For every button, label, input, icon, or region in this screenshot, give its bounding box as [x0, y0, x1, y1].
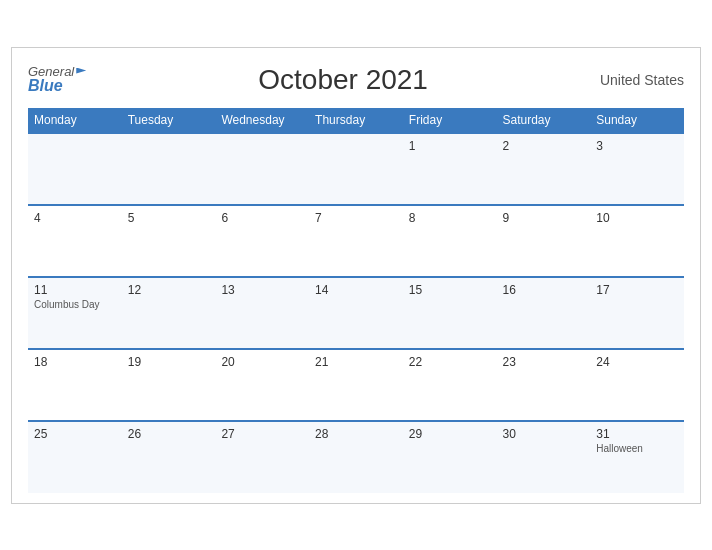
calendar-cell: 15 [403, 277, 497, 349]
day-number: 16 [503, 283, 585, 297]
calendar-wrapper: General Blue October 2021 United States … [11, 47, 701, 504]
day-number: 3 [596, 139, 678, 153]
calendar-cell: 6 [215, 205, 309, 277]
calendar-cell: 12 [122, 277, 216, 349]
calendar-country: United States [600, 72, 684, 88]
calendar-cell: 27 [215, 421, 309, 493]
calendar-cell: 18 [28, 349, 122, 421]
logo-blue-text: Blue [28, 78, 86, 94]
day-event: Columbus Day [34, 299, 116, 310]
day-number: 13 [221, 283, 303, 297]
calendar-cell: 13 [215, 277, 309, 349]
calendar-cell: 23 [497, 349, 591, 421]
day-number: 7 [315, 211, 397, 225]
calendar-cell: 29 [403, 421, 497, 493]
header-tuesday: Tuesday [122, 108, 216, 133]
day-number: 15 [409, 283, 491, 297]
day-number: 29 [409, 427, 491, 441]
calendar-header: General Blue October 2021 United States [28, 64, 684, 96]
day-number: 21 [315, 355, 397, 369]
header-sunday: Sunday [590, 108, 684, 133]
calendar-cell: 31Halloween [590, 421, 684, 493]
calendar-grid: Monday Tuesday Wednesday Thursday Friday… [28, 108, 684, 493]
calendar-cell: 8 [403, 205, 497, 277]
day-number: 4 [34, 211, 116, 225]
calendar-week-row: 11Columbus Day121314151617 [28, 277, 684, 349]
day-number: 6 [221, 211, 303, 225]
day-number: 19 [128, 355, 210, 369]
calendar-week-row: 18192021222324 [28, 349, 684, 421]
day-number: 26 [128, 427, 210, 441]
calendar-cell [28, 133, 122, 205]
calendar-week-row: 25262728293031Halloween [28, 421, 684, 493]
calendar-cell [122, 133, 216, 205]
day-number: 22 [409, 355, 491, 369]
day-number: 28 [315, 427, 397, 441]
calendar-cell: 20 [215, 349, 309, 421]
calendar-cell: 9 [497, 205, 591, 277]
calendar-cell: 16 [497, 277, 591, 349]
calendar-cell: 22 [403, 349, 497, 421]
calendar-cell: 24 [590, 349, 684, 421]
day-number: 27 [221, 427, 303, 441]
day-number: 12 [128, 283, 210, 297]
calendar-cell: 1 [403, 133, 497, 205]
calendar-cell: 5 [122, 205, 216, 277]
calendar-cell: 2 [497, 133, 591, 205]
day-number: 24 [596, 355, 678, 369]
day-number: 1 [409, 139, 491, 153]
day-number: 18 [34, 355, 116, 369]
logo: General Blue [28, 65, 86, 94]
day-number: 5 [128, 211, 210, 225]
calendar-title: October 2021 [258, 64, 428, 96]
day-number: 31 [596, 427, 678, 441]
day-number: 30 [503, 427, 585, 441]
day-number: 9 [503, 211, 585, 225]
day-event: Halloween [596, 443, 678, 454]
header-saturday: Saturday [497, 108, 591, 133]
header-wednesday: Wednesday [215, 108, 309, 133]
day-number: 14 [315, 283, 397, 297]
day-number: 17 [596, 283, 678, 297]
calendar-cell: 4 [28, 205, 122, 277]
weekday-header-row: Monday Tuesday Wednesday Thursday Friday… [28, 108, 684, 133]
day-number: 25 [34, 427, 116, 441]
calendar-cell: 30 [497, 421, 591, 493]
header-monday: Monday [28, 108, 122, 133]
calendar-cell: 26 [122, 421, 216, 493]
calendar-thead: Monday Tuesday Wednesday Thursday Friday… [28, 108, 684, 133]
day-number: 10 [596, 211, 678, 225]
calendar-cell: 7 [309, 205, 403, 277]
calendar-cell: 14 [309, 277, 403, 349]
calendar-cell [215, 133, 309, 205]
day-number: 8 [409, 211, 491, 225]
calendar-cell: 11Columbus Day [28, 277, 122, 349]
day-number: 11 [34, 283, 116, 297]
day-number: 23 [503, 355, 585, 369]
calendar-week-row: 123 [28, 133, 684, 205]
calendar-cell: 19 [122, 349, 216, 421]
calendar-cell: 3 [590, 133, 684, 205]
calendar-week-row: 45678910 [28, 205, 684, 277]
calendar-cell: 21 [309, 349, 403, 421]
logo-flag-icon [76, 68, 86, 78]
calendar-cell: 28 [309, 421, 403, 493]
calendar-cell [309, 133, 403, 205]
calendar-body: 1234567891011Columbus Day121314151617181… [28, 133, 684, 493]
header-friday: Friday [403, 108, 497, 133]
calendar-cell: 17 [590, 277, 684, 349]
day-number: 2 [503, 139, 585, 153]
calendar-cell: 25 [28, 421, 122, 493]
header-thursday: Thursday [309, 108, 403, 133]
calendar-cell: 10 [590, 205, 684, 277]
day-number: 20 [221, 355, 303, 369]
